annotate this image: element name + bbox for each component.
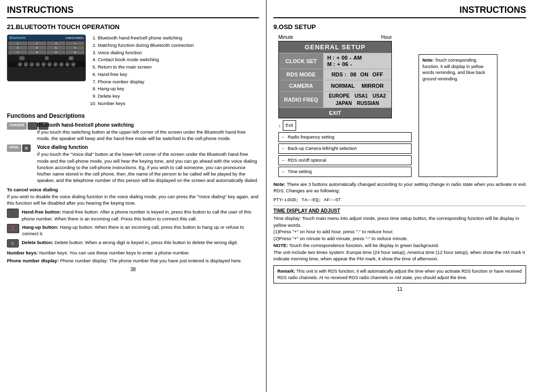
callout-time: ← Time setting xyxy=(278,167,412,177)
bt-star-btn[interactable]: * xyxy=(45,56,49,60)
osd-clock-label[interactable]: CLOCK SET xyxy=(279,53,323,69)
clock-h-minus: - xyxy=(349,55,351,61)
note-title: Note: xyxy=(422,58,434,63)
clock-am-label: AM xyxy=(353,55,362,61)
rds-label: RDS : xyxy=(332,71,346,77)
bt-instr-9: Delete key xyxy=(98,93,194,100)
arrow-rds: ← xyxy=(281,157,286,164)
callout-radio-freq: ← Radio frequency setting xyxy=(278,132,412,143)
bt-key-8[interactable]: 8 xyxy=(28,50,46,54)
handfree-icon[interactable]: 📞 xyxy=(7,209,19,218)
osd-general-setup-header: GENERAL SETUP xyxy=(279,41,391,53)
rds-off[interactable]: OFF xyxy=(372,71,383,77)
func-bluetooth-switch: CHANGE 📞 🎤 Bluetooth hand-free/cell phon… xyxy=(7,122,259,142)
camera-normal[interactable]: NORMAL xyxy=(331,83,355,89)
bt-instr-4: Contact book mode switching xyxy=(98,56,194,63)
time-display-desc: Time display: Touch main menu into adjus… xyxy=(273,215,526,262)
delete-desc: Delete button: Delete button: When a wro… xyxy=(22,239,238,246)
radio-usa2[interactable]: USA2 xyxy=(373,93,386,99)
exit-label-text: Exit xyxy=(286,123,293,128)
callout-camera-sel: ← Back-up Camera left/right selection xyxy=(278,143,412,154)
vdial-icon[interactable]: ⊞ xyxy=(22,144,31,152)
bt-logo-text: Bluetooth xyxy=(9,36,26,39)
radio-russian[interactable]: RUSSIAN xyxy=(357,101,379,106)
delete-icon[interactable]: C xyxy=(7,239,19,248)
bt-instr-10: Number keys xyxy=(98,100,194,107)
camera-mirror[interactable]: MIRROR xyxy=(362,83,384,89)
bt-instr-2: Matching function during Bluetooth conne… xyxy=(98,42,194,49)
right-page-num: 11 xyxy=(273,286,526,292)
clock-m-value: 06 xyxy=(342,61,348,67)
number-keys-text: Number keys: Number keys: You can use th… xyxy=(7,249,259,256)
osd-exit-row[interactable]: EXIT xyxy=(279,107,391,118)
bt-instr-7: Phone number display xyxy=(98,78,194,85)
hour-label: Hour xyxy=(381,35,392,40)
arrow-camera: ← xyxy=(281,145,286,152)
radio-freq-callout-text: Radio frequency setting xyxy=(288,134,335,141)
bt-circle-4: ④ xyxy=(36,62,40,67)
left-header: INSTRUCTIONS xyxy=(7,5,259,18)
bt-key-plus[interactable]: + xyxy=(66,41,84,45)
bt-key-4[interactable]: 4 xyxy=(8,46,27,50)
func2-text: Voice dialing function If you touch the … xyxy=(37,144,259,183)
bt-phone-number: 13800138000 xyxy=(65,36,83,39)
rds-value: 08 xyxy=(350,71,356,77)
remark-title: Remark: xyxy=(277,269,295,274)
bt-circle-10: ⑩ xyxy=(71,62,76,67)
osd-radio-label[interactable]: RADIO FREQ xyxy=(279,92,323,107)
osd-rds-value: RDS : 08 ON OFF xyxy=(323,69,391,80)
bt-instr-6: Hand-free key xyxy=(98,71,194,78)
bt-instr-3: Voice dialing function xyxy=(98,49,194,56)
hangup-item: 📵 Hang-up button: Hang-up button: When t… xyxy=(7,224,259,237)
bt-key-1[interactable]: 1 xyxy=(8,41,27,45)
osd-camera-value: NORMAL MIRROR xyxy=(323,80,391,91)
bt-key-3[interactable]: 3 xyxy=(47,41,66,45)
cancel-voice-desc: If you wish to disable the voice dialing… xyxy=(7,193,259,207)
bt-key-6[interactable]: 6 xyxy=(47,46,66,50)
handfree-desc: Hand-free button: Hand-free button: Afte… xyxy=(22,209,259,222)
clock-m-minus: - xyxy=(350,61,352,67)
bt-phone-icon[interactable]: 📞 xyxy=(28,122,38,130)
bt-device-image: Bluetooth 13800138000 1 2 3 + 4 5 6 # 7 … xyxy=(7,35,86,81)
hangup-icon[interactable]: 📵 xyxy=(7,224,19,233)
osd-clock-value: H : + 00 - AM M : + 06 - xyxy=(323,53,391,69)
bt-key-9[interactable]: 9 xyxy=(47,50,66,54)
change-btn[interactable]: CHANGE xyxy=(7,122,27,130)
clock-min-row: M : + 06 - xyxy=(327,61,352,67)
bt-circle-6: ⑥ xyxy=(47,62,52,67)
bt-back-btn[interactable]: ← xyxy=(19,56,25,60)
note-line: Note: There are 3 buttons automatically … xyxy=(273,181,526,194)
arrow-exit: ↓ xyxy=(278,123,281,128)
radio-europe[interactable]: EUROPE xyxy=(329,93,349,99)
callout-list: ← Radio frequency setting ← Back-up Came… xyxy=(278,132,412,177)
vdial-btn[interactable]: VDIAL xyxy=(7,144,21,152)
rds-callout-text: RDS on/off optional xyxy=(288,157,326,164)
radio-usa1[interactable]: USA1 xyxy=(354,93,368,99)
bt-key-5[interactable]: 5 xyxy=(28,46,46,50)
bt-key-7[interactable]: 7 xyxy=(8,50,27,54)
callout-rds: ← RDS on/off optional xyxy=(278,155,412,166)
pty-line: PTY←LOUD; TA←→EQ; AF←→ST xyxy=(273,197,526,203)
bt-key-2[interactable]: 2 xyxy=(28,41,46,45)
osd-rds-label[interactable]: RDS MODE xyxy=(279,69,323,80)
bt-circle-7: ⑦ xyxy=(53,62,58,67)
radio-row-1: EUROPE USA1 USA2 xyxy=(326,93,388,99)
bt-circle-3: ③ xyxy=(30,62,34,67)
osd-radio-row: RADIO FREQ EUROPE USA1 USA2 JAPAN RUSSIA… xyxy=(279,91,391,107)
bt-key-0[interactable]: 0 xyxy=(66,50,84,54)
phone-display-text: Phone number display: Phone number displ… xyxy=(7,257,259,264)
time-section-title: TIME DISPLAY AND ADJUST xyxy=(273,208,526,214)
bt-key-hash[interactable]: # xyxy=(66,46,84,50)
rds-on[interactable]: ON xyxy=(360,71,369,77)
note-box: Note: Touch corresponding function, it w… xyxy=(419,54,497,177)
callout-items: ← Radio frequency setting ← Back-up Came… xyxy=(278,132,412,177)
camera-callout-text: Back-up Camera left/right selection xyxy=(288,145,357,152)
bt-c-btn[interactable]: C xyxy=(69,56,74,60)
handfree-item: 📞 Hand-free button: Hand-free button: Af… xyxy=(7,209,259,222)
right-page: INSTRUCTIONS 9.OSD SETUP Minute Hour GEN… xyxy=(266,0,533,392)
clock-h-value: 00 xyxy=(342,55,347,61)
radio-japan[interactable]: JAPAN xyxy=(336,101,352,106)
osd-camera-label[interactable]: CAMERA xyxy=(279,80,323,91)
functions-section: Functions and Descriptions CHANGE 📞 🎤 Bl… xyxy=(7,112,259,264)
arrow-radio: ← xyxy=(281,134,286,141)
